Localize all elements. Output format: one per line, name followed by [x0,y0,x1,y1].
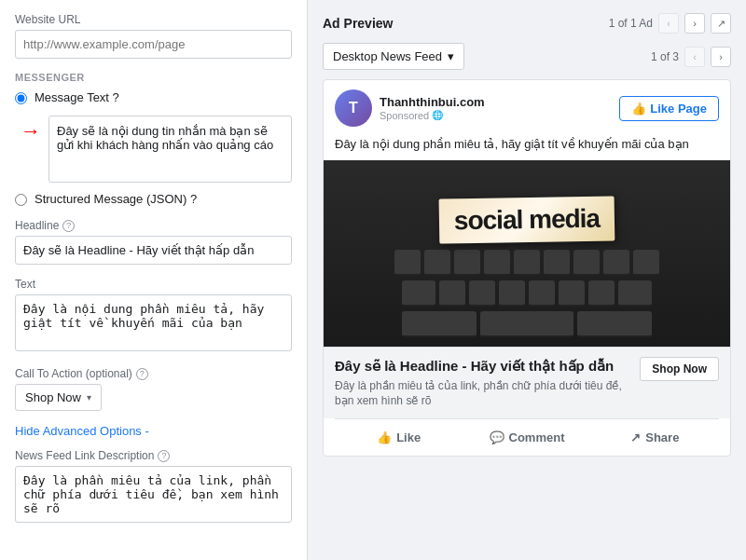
headline-info-icon[interactable]: ? [62,220,75,232]
ad-headline: Đây sẽ là Headline - Hãy viết thật hấp d… [335,357,630,376]
ad-nav: 1 of 1 Ad ‹ › ↗ [609,13,731,34]
ad-bottom-row: Đây sẽ là Headline - Hãy viết thật hấp d… [335,357,719,409]
headline-section: Headline ? [15,219,292,265]
website-url-section: Website URL [15,13,292,59]
ad-prev-btn[interactable]: ‹ [658,13,679,34]
globe-icon: 🌐 [432,110,443,120]
page-prev-btn[interactable]: ‹ [684,47,705,67]
advertiser-name[interactable]: Thanhthinbui.com [380,95,485,110]
headline-input[interactable] [15,236,292,265]
right-panel: Ad Preview 1 of 1 Ad ‹ › ↗ Desktop News … [308,0,746,560]
thumbs-up-icon: 👍 [631,102,646,116]
avatar: T [335,89,372,127]
message-text-radio[interactable] [15,92,27,104]
red-arrow-indicator: → [21,119,41,143]
text-section: Text Đây là nội dung phần miêu tả, hãy g… [15,278,292,354]
like-page-button[interactable]: 👍 Like Page [619,96,719,121]
website-url-label: Website URL [15,13,292,26]
website-url-input[interactable] [15,30,292,59]
comment-action-button[interactable]: 💬 Comment [463,425,590,450]
hide-options-link[interactable]: Hide Advanced Options - [15,424,149,438]
message-text-info-icon[interactable]: ? [113,90,119,104]
ad-counter: 1 of 1 Ad [609,17,653,30]
message-text-radio-group: Message Text ? → Đây sẽ là nội dung tin … [15,90,292,183]
ad-card-header: T Thanhthinbui.com Sponsored 🌐 👍 Like Pa… [324,80,730,132]
advertiser-details: Thanhthinbui.com Sponsored 🌐 [380,95,485,121]
headline-label: Headline ? [15,219,292,232]
page-next-btn[interactable]: › [711,47,731,67]
share-action-button[interactable]: ↗ Share [591,425,719,450]
ad-bottom-content: Đây sẽ là Headline - Hãy viết thật hấp d… [324,347,730,418]
left-panel: Website URL MESSENGER Message Text ? → Đ… [0,0,308,560]
social-media-text: social media [439,197,615,244]
ad-card: T Thanhthinbui.com Sponsored 🌐 👍 Like Pa… [323,79,731,457]
like-action-button[interactable]: 👍 Like [335,425,463,450]
like-action-icon: 👍 [377,430,392,444]
preview-controls: Desktop News Feed ▾ 1 of 3 ‹ › [323,43,731,70]
structured-info-icon[interactable]: ? [190,192,197,206]
ad-actions: 👍 Like 💬 Comment ↗ Share [335,418,719,456]
cta-dropdown[interactable]: Shop Now ▾ [15,384,102,411]
share-action-icon: ↗ [630,430,641,444]
ad-preview-header: Ad Preview 1 of 1 Ad ‹ › ↗ [323,13,731,34]
message-text-box: Đây sẽ là nội dung tin nhắn mà bạn sẽ gử… [48,116,292,183]
message-text-option[interactable]: Message Text ? [15,90,292,104]
keyboard-background [324,160,730,347]
ad-next-btn[interactable]: › [684,13,705,34]
comment-action-icon: 💬 [490,430,504,444]
advertiser-info: T Thanhthinbui.com Sponsored 🌐 [335,89,485,127]
news-feed-textarea[interactable]: Đây là phần miêu tả của link, phần chữ p… [15,466,292,523]
text-textarea[interactable]: Đây là nội dung phần miêu tả, hãy giật t… [15,294,292,351]
placement-chevron-icon: ▾ [448,49,454,63]
structured-message-radio[interactable] [15,194,27,206]
external-link-icon[interactable]: ↗ [711,13,731,34]
cta-section: Call To Action (optional) ? Shop Now ▾ [15,367,292,411]
page-nav: 1 of 3 ‹ › [651,47,731,67]
ad-image: social media [324,160,730,347]
page-counter: 1 of 3 [651,50,679,63]
cta-info-icon[interactable]: ? [136,368,148,380]
cta-label: Call To Action (optional) ? [15,367,292,380]
text-label: Text [15,278,292,291]
messenger-title: MESSENGER [15,72,292,83]
news-feed-info-icon[interactable]: ? [158,450,170,462]
ad-preview-title: Ad Preview [323,16,393,31]
news-feed-section: News Feed Link Description ? Đây là phần… [15,449,292,526]
ad-text-content: Đây sẽ là Headline - Hãy viết thật hấp d… [335,357,630,409]
placement-dropdown[interactable]: Desktop News Feed ▾ [323,43,464,70]
message-text-radio-label: Message Text ? [35,90,119,104]
message-text-wrapper: → Đây sẽ là nội dung tin nhắn mà bạn sẽ … [24,110,292,183]
ad-description: Đây là phần miêu tả của link, phần chữ p… [335,378,630,410]
ad-body-text: Đây là nội dung phần miêu tả, hãy giật t… [324,132,730,160]
sponsored-label: Sponsored 🌐 [380,110,485,121]
structured-message-label: Structured Message (JSON) ? [35,192,197,206]
cta-chevron-icon: ▾ [87,392,91,403]
shop-now-button[interactable]: Shop Now [640,357,719,381]
news-feed-label: News Feed Link Description ? [15,449,292,462]
structured-message-option[interactable]: Structured Message (JSON) ? [15,192,292,206]
messenger-section: MESSENGER Message Text ? → Đây sẽ là nội… [15,72,292,206]
